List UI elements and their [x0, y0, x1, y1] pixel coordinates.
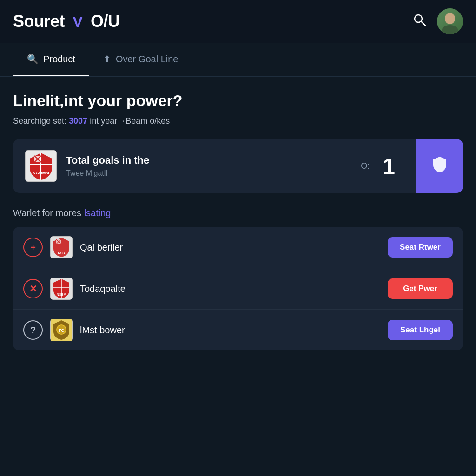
title-v: V [73, 13, 83, 30]
section-link[interactable]: lsating [84, 208, 111, 218]
featured-card-text: Total goals in the Twee MigatlI [66, 154, 351, 178]
search-value: 3007 [69, 116, 87, 126]
score-label: O: [361, 161, 370, 171]
featured-card-content: KGOMM Total goals in the Twee MigatlI O:… [13, 139, 416, 193]
list-item: ✕ NSBM Todaqoalte Get Pwer [13, 268, 463, 310]
plus-symbol: + [30, 242, 36, 253]
list-team-logo-1: NSB [50, 236, 73, 258]
search-info: Searchige set: 3007 int year→Beam o/kes [13, 116, 463, 126]
page-title: Linelit,int your power? [13, 92, 463, 110]
tab-bar: 🔍 Product ⬆ Over Goal Line [0, 43, 476, 77]
section-prefix: Warlet for mores [13, 208, 81, 218]
featured-card: KGOMM Total goals in the Twee MigatlI O:… [13, 139, 463, 193]
tab-over-goal-line[interactable]: ⬆ Over Goal Line [89, 43, 192, 76]
featured-action-button[interactable] [416, 139, 463, 193]
action-button-1[interactable]: Seat Rtwer [388, 237, 453, 258]
tab-product[interactable]: 🔍 Product [13, 43, 89, 76]
header-left: Souret V O/U [13, 12, 119, 31]
section-title: Warlet for mores lsating [13, 208, 463, 218]
title-part1: Souret [13, 12, 65, 31]
over-goal-tab-icon: ⬆ [103, 53, 111, 65]
list-item-name-2: Todaqoalte [80, 284, 380, 294]
team-list: + NSB Qal beriler Seat Rtwer ✕ [13, 227, 463, 350]
status-question-icon[interactable]: ? [23, 320, 43, 340]
product-tab-label: Product [43, 54, 75, 65]
shield-icon [430, 155, 449, 178]
header-right [413, 8, 463, 34]
status-plus-icon[interactable]: + [23, 238, 43, 257]
svg-text:FC: FC [59, 328, 64, 333]
avatar-image [437, 8, 463, 34]
list-item-name-1: Qal beriler [80, 242, 380, 253]
list-item-name-3: lMst bower [80, 325, 380, 336]
svg-text:KGOMM: KGOMM [33, 171, 49, 175]
title-part2: O/U [91, 12, 120, 31]
svg-line-1 [421, 21, 425, 26]
search-icon [413, 13, 427, 27]
action-button-2[interactable]: Get Pwer [388, 278, 453, 299]
action-button-3[interactable]: Seat Lhgel [388, 320, 453, 340]
search-prefix: Searchige set: [13, 116, 66, 126]
header: Souret V O/U [0, 0, 476, 43]
svg-text:NSB: NSB [58, 251, 65, 255]
featured-card-title: Total goals in the [66, 154, 351, 166]
question-symbol: ? [30, 325, 36, 336]
featured-team-logo: KGOMM [25, 150, 57, 182]
app-title: Souret V O/U [13, 12, 119, 31]
status-cross-icon[interactable]: ✕ [23, 279, 43, 298]
list-item: ? FC lMst bower Seat Lhgel [13, 310, 463, 350]
score-value: 1 [383, 153, 395, 179]
list-item: + NSB Qal beriler Seat Rtwer [13, 227, 463, 268]
list-team-logo-2: NSBM [50, 278, 73, 300]
search-suffix: int year→Beam o/kes [90, 116, 170, 126]
svg-text:NSBM: NSBM [57, 293, 66, 296]
avatar[interactable] [437, 8, 463, 34]
list-team-logo-3: FC [50, 319, 73, 341]
main-content: Linelit,int your power? Searchige set: 3… [0, 77, 476, 365]
featured-card-subtitle: Twee MigatlI [66, 169, 351, 178]
over-goal-tab-label: Over Goal Line [116, 54, 178, 65]
search-button[interactable] [413, 13, 427, 30]
product-tab-icon: 🔍 [27, 53, 39, 65]
cross-symbol: ✕ [29, 283, 37, 294]
